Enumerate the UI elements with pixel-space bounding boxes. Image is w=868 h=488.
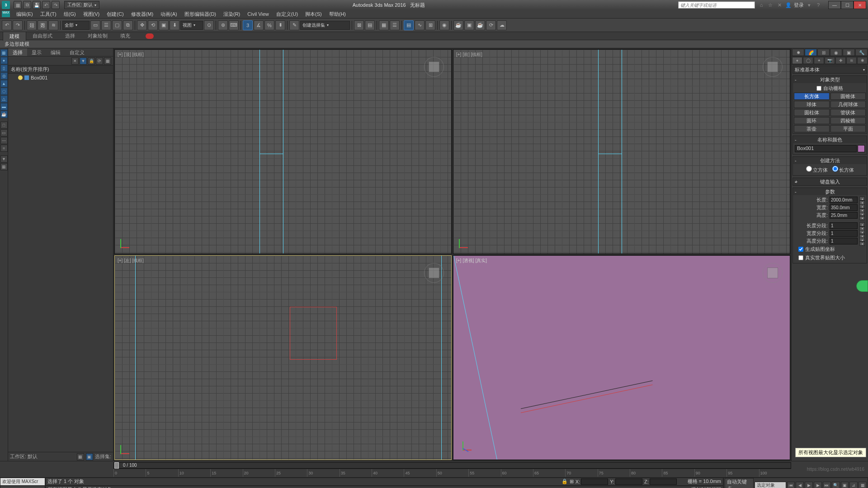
goto-end-icon[interactable]: ⏭ [823,482,831,488]
cp-category-dropdown[interactable]: 标准基本体 [793,66,867,74]
viewport-front[interactable]: [+] [前] [线框] [453,49,790,254]
toggle-ribbon-icon[interactable]: ▤ [404,20,414,30]
cp-cat-geom-icon[interactable]: ● [792,57,802,64]
ls-teapot-icon[interactable]: ☕ [0,111,8,118]
autogrid-checkbox[interactable] [816,86,821,91]
coord-x-input[interactable] [581,479,608,485]
menu-modifiers[interactable]: 修改器(M) [127,10,157,19]
prim-cone-button[interactable]: 圆锥体 [830,93,866,100]
cp-cat-shapes-icon[interactable]: ◯ [803,57,813,64]
rollout-objecttype-header[interactable]: 对象类型 [793,76,867,83]
prim-box-button[interactable]: 长方体 [794,93,830,100]
ls-box-icon[interactable]: ▦ [0,49,8,56]
editnamed-icon[interactable]: ✎ [289,20,299,30]
render-iterate-icon[interactable]: ⟳ [486,20,496,30]
prev-frame-icon[interactable]: ◀ [796,482,804,488]
ribbon-tab-freeform[interactable]: 自由形式 [26,32,59,40]
radio-box[interactable]: 长方体 [832,166,854,174]
viewcube-persp[interactable] [759,259,786,286]
menu-maxscript[interactable]: 脚本(S) [302,10,326,19]
max-menu-icon[interactable]: MAX [2,11,10,17]
ribbon-panel-label[interactable]: 多边形建模 [0,40,868,48]
select-rect-icon[interactable]: ▢ [112,20,122,30]
se-filter-icon[interactable]: ▼ [80,57,87,65]
online-badge-icon[interactable] [856,280,868,292]
nav-fov-icon[interactable]: ⊿ [849,482,858,488]
maximize-button[interactable]: ☐ [841,1,854,9]
vp-top-label[interactable]: [+] [顶] [线框] [118,52,144,58]
nav-zoom-extents-icon[interactable]: ▦ [859,482,867,488]
prim-tube-button[interactable]: 管状体 [830,109,866,116]
signin-label[interactable]: 登录 [794,2,804,9]
help-icon[interactable]: ? [815,1,822,9]
pivot-icon[interactable]: ⊙ [204,20,214,30]
menu-grapheditors[interactable]: 图形编辑器(D) [181,10,220,19]
ls-opt1-icon[interactable]: □ [0,122,8,129]
tree-item-box001[interactable]: Box001 [9,75,112,81]
length-spin-buttons[interactable]: ▴▾ [859,197,865,203]
se-lock-icon[interactable]: 🔒 [88,57,95,65]
ribbon-tab-modeling[interactable]: 建模 [3,32,26,41]
redo-icon[interactable]: ↷ [13,20,23,30]
menu-views[interactable]: 视图(V) [80,10,104,19]
viewcube-top[interactable] [420,53,448,80]
length-spinner[interactable]: 2000.0mm [830,197,858,203]
menu-tools[interactable]: 工具(T) [37,10,60,19]
render-frame-icon[interactable]: ▣ [464,20,474,30]
prim-geosphere-button[interactable]: 几何球体 [830,101,866,108]
align-icon[interactable]: ▤ [365,20,375,30]
favorites-icon[interactable]: ☆ [767,1,774,9]
menu-customize[interactable]: 自定义(U) [273,10,302,19]
cp-tab-utilities-icon[interactable]: 🔧 [855,49,868,56]
viewport-perspective[interactable]: [+] [透视] [真实] [453,255,790,460]
object-color-swatch[interactable] [858,145,865,152]
menu-rendering[interactable]: 渲染(R) [220,10,244,19]
ribbon-tab-objectpaint[interactable]: 对象绘制 [81,32,114,40]
cp-cat-spacewarps-icon[interactable]: ≋ [846,57,857,64]
viewport-left[interactable]: [+] [左] [线框] [114,255,452,460]
cp-tab-hierarchy-icon[interactable]: ⊞ [817,49,830,56]
unlink-icon[interactable]: ⛓̸ [38,20,47,30]
ls-opt4-icon[interactable]: ≡ [0,145,8,152]
placement-icon[interactable]: ⬇ [170,20,179,30]
coord-y-input[interactable] [615,479,642,485]
ribbon-tab-populate[interactable]: 填充 [114,32,137,40]
render-icon[interactable]: ☕ [475,20,485,30]
vp-persp-label[interactable]: [+] [透视] [真实] [456,258,487,264]
se-tab-select[interactable]: 选择 [8,48,27,56]
cp-cat-lights-icon[interactable]: ✦ [814,57,824,64]
prim-torus-button[interactable]: 圆环 [794,117,830,124]
app-logo[interactable]: 3 [2,1,10,9]
time-slider[interactable]: 0 / 100 [113,462,791,469]
mirror-icon[interactable]: ⊠ [354,20,364,30]
genmap-checkbox[interactable] [798,247,803,252]
menu-edit[interactable]: 编辑(E) [13,10,37,19]
angle-snap-icon[interactable]: ∡ [254,20,264,30]
ls-cyl-icon[interactable]: ▯ [0,65,8,72]
ls-opt2-icon[interactable]: ▭ [0,129,8,136]
close-button[interactable]: ✕ [854,1,866,9]
ls-torus-icon[interactable]: ◎ [0,72,8,80]
ribbon-tab-selection[interactable]: 选择 [59,32,81,40]
se-tab-customize[interactable]: 自定义 [65,48,89,56]
next-frame-icon[interactable]: ▶ [814,482,822,488]
se-close-icon[interactable]: ✕ [71,57,79,65]
rollout-kbd-header[interactable]: +键盘输入 [793,178,867,185]
viewcube-left[interactable] [420,259,448,286]
coord-z-input[interactable] [650,479,677,485]
help-search-input[interactable] [678,1,755,9]
spinner-snap-icon[interactable]: ⬍ [275,20,285,30]
ls-more-icon[interactable]: ▦ [0,163,8,170]
prim-cylinder-button[interactable]: 圆柱体 [794,109,830,116]
listener-toggle[interactable]: ▸ [0,486,45,488]
select-name-icon[interactable]: ☰ [101,20,111,30]
qat-new-icon[interactable]: ▦ [14,1,22,9]
window-crossing-icon[interactable]: ⧉ [123,20,133,30]
nav-zoomall-icon[interactable]: ▣ [841,482,849,488]
subscription-icon[interactable]: ⌂ [758,1,765,9]
width-spinner[interactable]: 350.0mm [830,204,858,211]
minimize-button[interactable]: — [828,1,841,9]
timetag-label[interactable]: 添加时间标记 [691,486,721,488]
se-column-header[interactable]: 名称(按升序排序) [8,66,113,74]
hsegs-spin-buttons[interactable]: ▴▾ [859,238,865,244]
